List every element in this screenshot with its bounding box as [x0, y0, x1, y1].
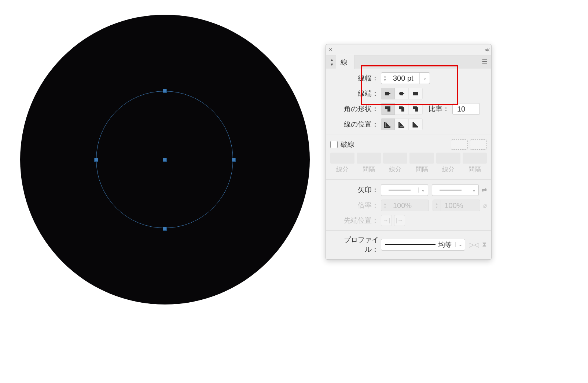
- stepper-arrows-icon: ▴▾: [433, 200, 441, 211]
- align-stroke-center-button[interactable]: [381, 118, 395, 130]
- svg-rect-1: [389, 93, 390, 94]
- chevron-down-icon[interactable]: ⌄: [469, 187, 478, 193]
- center-point[interactable]: [163, 158, 167, 162]
- stroke-weight-dropdown-icon[interactable]: ⌄: [419, 73, 430, 84]
- align-stroke-outside-button[interactable]: [409, 118, 423, 130]
- projecting-cap-button[interactable]: [409, 88, 423, 99]
- arrow-scale-end-value: 100%: [441, 200, 471, 211]
- dash-value-3[interactable]: [383, 153, 407, 164]
- miter-join-button[interactable]: [381, 103, 395, 115]
- profile-dropdown[interactable]: 均等 ⌄: [381, 239, 465, 251]
- anchor-point-bottom[interactable]: [163, 227, 167, 231]
- arrowhead-end-dropdown[interactable]: ⌄: [432, 184, 479, 196]
- panel-menu-icon[interactable]: ☰: [482, 58, 488, 66]
- svg-rect-4: [416, 93, 418, 94]
- round-join-button[interactable]: [395, 103, 409, 115]
- flip-horizontal-icon[interactable]: ▷◁: [469, 241, 479, 249]
- dash-align-corners-button[interactable]: [470, 139, 487, 150]
- dashed-checkbox[interactable]: [330, 141, 338, 148]
- anchor-point-right[interactable]: [232, 158, 236, 162]
- arrowhead-start-preview: [381, 190, 418, 190]
- stroke-weight-input[interactable]: ▴▾ 300 pt ⌄: [381, 72, 430, 84]
- tip-extend-button: →|: [381, 215, 392, 226]
- dash-col-3: 線分: [383, 165, 407, 174]
- dash-value-4[interactable]: [409, 153, 434, 164]
- row-stroke-weight: 線幅： ▴▾ 300 pt ⌄: [330, 72, 487, 84]
- arrowhead-end-preview: [432, 190, 469, 190]
- arrow-scale-start-value: 100%: [389, 200, 419, 211]
- flip-vertical-icon[interactable]: ⧗: [482, 241, 487, 249]
- dash-value-1[interactable]: [330, 153, 354, 164]
- align-stroke-label: 線の位置：: [330, 120, 381, 129]
- svg-rect-0: [385, 92, 389, 95]
- stepper-arrows-icon: ▴▾: [381, 200, 389, 211]
- dash-col-1: 線分: [330, 165, 354, 174]
- svg-rect-2: [403, 93, 404, 94]
- row-arrow-scale: 倍率： ▴▾ 100% ▴▾ 100% ⌀: [330, 200, 487, 211]
- dash-col-4: 間隔: [409, 165, 434, 174]
- row-profile: プロファイル： 均等 ⌄ ▷◁ ⧗: [330, 235, 487, 254]
- row-caps: 線端：: [330, 88, 487, 99]
- arrow-scale-label: 倍率：: [330, 201, 381, 210]
- arrow-scale-end-input: ▴▾ 100%: [433, 200, 481, 211]
- dash-values-grid: [330, 153, 487, 164]
- dash-col-5: 線分: [436, 165, 460, 174]
- miter-limit-label: 比率：: [429, 104, 449, 114]
- align-stroke-group: [381, 118, 423, 130]
- panel-tab-row: ▴▾ 線 ☰: [326, 55, 491, 69]
- round-cap-button[interactable]: [395, 88, 409, 99]
- dash-preserve-exact-button[interactable]: [451, 139, 468, 150]
- row-tip-align: 先端位置： →| |→: [330, 215, 487, 226]
- corners-group: [381, 103, 423, 115]
- align-stroke-inside-button[interactable]: [395, 118, 409, 130]
- dash-column-labels: 線分 間隔 線分 間隔 線分 間隔: [330, 165, 487, 174]
- canvas-area[interactable]: [0, 0, 330, 383]
- tip-align-label: 先端位置：: [330, 216, 381, 225]
- profile-value: 均等: [438, 240, 452, 249]
- stroke-weight-label: 線幅：: [330, 73, 381, 83]
- caps-group: [381, 88, 423, 99]
- arrow-scale-start-input: ▴▾ 100%: [381, 200, 429, 211]
- caps-label: 線端：: [330, 89, 381, 98]
- anchor-point-left[interactable]: [94, 158, 98, 162]
- stroke-weight-value[interactable]: 300 pt: [389, 73, 419, 84]
- swap-arrowheads-icon[interactable]: ⇄: [482, 186, 487, 194]
- dash-value-5[interactable]: [436, 153, 460, 164]
- dash-value-2[interactable]: [357, 153, 381, 164]
- bevel-join-button[interactable]: [409, 103, 423, 115]
- stroke-panel: × << ▴▾ 線 ☰ 線幅： ▴▾ 300 pt ⌄ 線端：: [326, 44, 492, 260]
- profile-label: プロファイル：: [330, 235, 381, 254]
- tip-at-end-button: |→: [394, 215, 405, 226]
- anchor-point-top[interactable]: [163, 89, 167, 93]
- arrowheads-label: 矢印：: [330, 185, 381, 195]
- collapse-icon[interactable]: <<: [485, 47, 488, 53]
- dash-col-6: 間隔: [463, 165, 487, 174]
- dashed-label: 破線: [341, 140, 354, 149]
- link-scale-icon: ⌀: [483, 202, 487, 209]
- butt-cap-button[interactable]: [381, 88, 395, 99]
- row-corners: 角の形状： 比率： 10: [330, 103, 487, 115]
- row-dashed: 破線: [330, 139, 487, 150]
- dash-col-2: 間隔: [357, 165, 381, 174]
- close-icon[interactable]: ×: [329, 47, 332, 53]
- chevron-down-icon[interactable]: ⌄: [455, 242, 465, 247]
- row-align-stroke: 線の位置：: [330, 118, 487, 130]
- stepper-arrows-icon[interactable]: ▴▾: [381, 73, 389, 84]
- corners-label: 角の形状：: [330, 104, 381, 114]
- arrowhead-start-dropdown[interactable]: ⌄: [381, 184, 428, 196]
- panel-titlebar[interactable]: × <<: [326, 44, 491, 55]
- dash-value-6[interactable]: [463, 153, 487, 164]
- tab-expand-icon[interactable]: ▴▾: [328, 57, 335, 67]
- chevron-down-icon[interactable]: ⌄: [418, 187, 428, 193]
- row-arrowheads: 矢印： ⌄ ⌄ ⇄: [330, 184, 487, 196]
- tab-stroke[interactable]: 線: [336, 55, 354, 69]
- profile-preview-line: [385, 244, 436, 245]
- miter-limit-input[interactable]: 10: [452, 103, 480, 115]
